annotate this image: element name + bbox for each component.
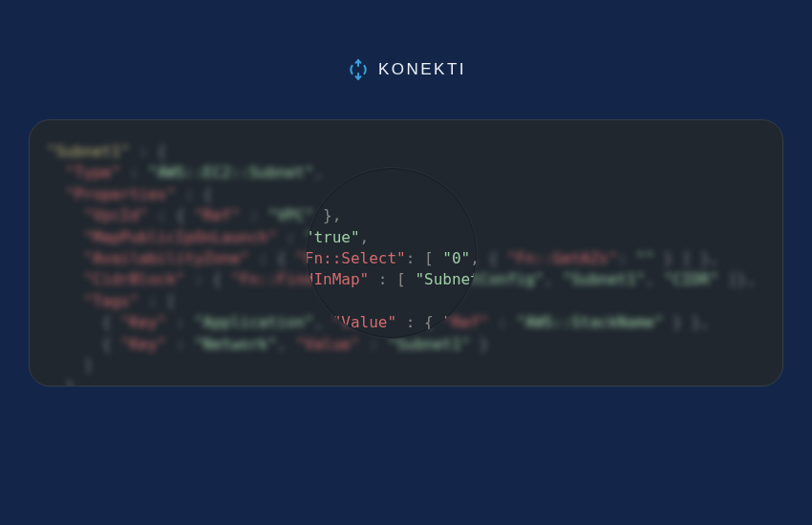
brand-logo-icon <box>346 57 371 82</box>
brand-header: KONEKTI <box>0 57 812 82</box>
magnifier-lens: "Subnet1" : { "Type" : "AWS::EC2::Subnet… <box>306 167 478 339</box>
code-sharp: "Subnet1" : { "Type" : "AWS::EC2::Subnet… <box>306 167 478 339</box>
brand-name: KONEKTI <box>378 60 466 79</box>
